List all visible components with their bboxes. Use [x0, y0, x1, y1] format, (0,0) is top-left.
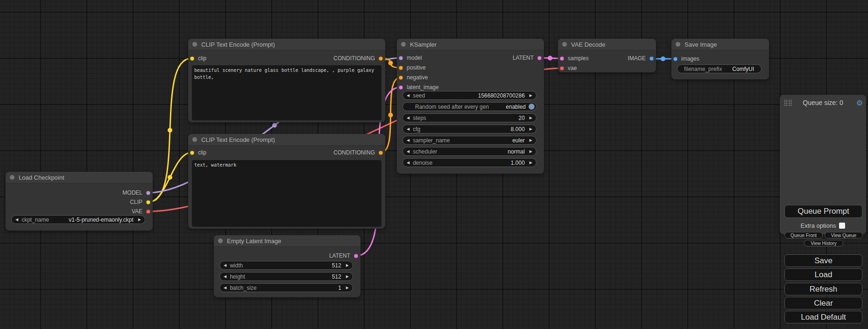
input-dot-clip[interactable] — [190, 151, 194, 155]
node-load-checkpoint[interactable]: Load CheckpointMODELCLIPVAE◀ckpt_namev1-… — [6, 172, 153, 231]
input-slot-images[interactable]: images — [673, 56, 699, 62]
increment-arrow-icon[interactable]: ▶ — [138, 218, 141, 222]
input-dot-vae[interactable] — [560, 66, 564, 70]
input-slot-clip[interactable]: clip — [190, 55, 206, 62]
widget-sampler-name[interactable]: ◀sampler_nameeuler▶ — [402, 136, 536, 145]
input-slot-vae[interactable]: vae — [560, 65, 577, 71]
prompt-textarea[interactable]: beautiful scenery nature glass bottle la… — [192, 65, 381, 120]
input-slot-negative[interactable]: negative — [399, 74, 428, 81]
collapse-dot-icon[interactable] — [192, 42, 197, 47]
decrement-arrow-icon[interactable]: ◀ — [224, 275, 226, 279]
collapse-dot-icon[interactable] — [10, 175, 14, 180]
output-dot-CONDITIONING[interactable] — [379, 151, 383, 155]
graph-canvas[interactable]: Load CheckpointMODELCLIPVAE◀ckpt_namev1-… — [0, 0, 868, 329]
output-slot-MODEL[interactable]: MODEL — [122, 189, 150, 196]
input-dot-samples[interactable] — [560, 56, 564, 61]
increment-arrow-icon[interactable]: ▶ — [346, 286, 349, 290]
node-vae-decode[interactable]: VAE DecodesamplesvaeIMAGE — [558, 39, 656, 72]
output-slot-LATENT[interactable]: LATENT — [329, 252, 358, 259]
save-button[interactable]: Save — [784, 254, 862, 267]
node-title-bar[interactable]: CLIP Text Encode (Prompt) — [188, 39, 385, 50]
decrement-arrow-icon[interactable]: ◀ — [224, 264, 226, 267]
widget-width[interactable]: ◀width512▶ — [219, 261, 353, 270]
output-dot-MODEL[interactable] — [146, 191, 150, 195]
increment-arrow-icon[interactable]: ▶ — [529, 94, 532, 98]
queue-front-button[interactable]: Queue Front — [784, 232, 823, 238]
widget-seed[interactable]: ◀seed156680208700286▶ — [402, 91, 536, 100]
input-slot-model[interactable]: model — [399, 55, 422, 61]
clear-button[interactable]: Clear — [784, 297, 862, 309]
decrement-arrow-icon[interactable]: ◀ — [407, 127, 409, 131]
input-slot-clip[interactable]: clip — [190, 149, 206, 156]
widget-steps[interactable]: ◀steps20▶ — [402, 113, 536, 122]
input-dot-positive[interactable] — [399, 66, 403, 70]
output-dot-CONDITIONING[interactable] — [379, 56, 383, 61]
widget-ckpt-name[interactable]: ◀ckpt_namev1-5-pruned-emaonly.ckpt▶ — [11, 215, 145, 224]
output-dot-LATENT[interactable] — [537, 56, 542, 60]
prompt-textarea[interactable]: text, watermark — [192, 160, 381, 227]
output-dot-LATENT[interactable] — [354, 254, 358, 258]
decrement-arrow-icon[interactable]: ◀ — [407, 139, 409, 142]
output-slot-CLIP[interactable]: CLIP — [130, 199, 150, 205]
decrement-arrow-icon[interactable]: ◀ — [224, 286, 226, 290]
output-slot-LATENT[interactable]: LATENT — [513, 55, 542, 61]
output-slot-CONDITIONING[interactable]: CONDITIONING — [333, 55, 383, 62]
node-clip-text-encode-negative[interactable]: CLIP Text Encode (Prompt)clipCONDITIONIN… — [188, 134, 385, 229]
output-slot-CONDITIONING[interactable]: CONDITIONING — [333, 149, 383, 156]
increment-arrow-icon[interactable]: ▶ — [529, 161, 532, 165]
decrement-arrow-icon[interactable]: ◀ — [407, 161, 409, 165]
decrement-arrow-icon[interactable]: ◀ — [15, 218, 18, 222]
collapse-dot-icon[interactable] — [562, 42, 567, 47]
refresh-button[interactable]: Refresh — [784, 283, 862, 295]
input-dot-images[interactable] — [673, 57, 677, 61]
widget-random-seed-after-every-gen[interactable]: Random seed after every genenabled — [402, 102, 536, 111]
increment-arrow-icon[interactable]: ▶ — [529, 150, 532, 154]
gear-icon[interactable]: ⚙ — [856, 98, 863, 107]
widget-filename-prefix[interactable]: filename_prefixComfyUI — [677, 64, 762, 73]
input-slot-latent_image[interactable]: latent_image — [399, 84, 439, 91]
view-history-button[interactable]: View History — [804, 240, 843, 246]
increment-arrow-icon[interactable]: ▶ — [529, 116, 532, 120]
increment-arrow-icon[interactable]: ▶ — [529, 139, 532, 142]
input-slot-positive[interactable]: positive — [399, 64, 426, 71]
queue-prompt-button[interactable]: Queue Prompt — [784, 205, 862, 218]
load-button[interactable]: Load — [784, 268, 862, 281]
node-ksampler[interactable]: KSamplermodelpositivenegativelatent_imag… — [397, 39, 544, 174]
node-title-bar[interactable]: Load Checkpoint — [6, 172, 153, 183]
widget-denoise[interactable]: ◀denoise1.000▶ — [402, 158, 536, 167]
node-clip-text-encode-positive[interactable]: CLIP Text Encode (Prompt)clipCONDITIONIN… — [188, 39, 385, 122]
view-queue-button[interactable]: View Queue — [825, 232, 863, 238]
widget-height[interactable]: ◀height512▶ — [219, 272, 353, 281]
node-title-bar[interactable]: Save Image — [671, 39, 769, 50]
output-slot-VAE[interactable]: VAE — [132, 208, 150, 215]
increment-arrow-icon[interactable]: ▶ — [346, 264, 349, 267]
output-dot-VAE[interactable] — [146, 210, 150, 214]
input-dot-negative[interactable] — [399, 76, 403, 80]
increment-arrow-icon[interactable]: ▶ — [346, 275, 349, 279]
increment-arrow-icon[interactable]: ▶ — [529, 127, 532, 131]
output-dot-IMAGE[interactable] — [649, 56, 654, 61]
widget-batch-size[interactable]: ◀batch_size1▶ — [219, 283, 353, 292]
collapse-dot-icon[interactable] — [401, 42, 406, 47]
decrement-arrow-icon[interactable]: ◀ — [407, 116, 409, 120]
input-slot-samples[interactable]: samples — [560, 55, 589, 62]
collapse-dot-icon[interactable] — [218, 238, 223, 243]
output-dot-CLIP[interactable] — [146, 200, 150, 204]
decrement-arrow-icon[interactable]: ◀ — [407, 94, 409, 98]
toggle-indicator[interactable] — [529, 104, 535, 110]
input-dot-clip[interactable] — [190, 56, 194, 61]
node-empty-latent-image[interactable]: Empty Latent ImageLATENT◀width512▶◀heigh… — [214, 235, 360, 297]
collapse-dot-icon[interactable] — [676, 42, 680, 47]
extra-options-checkbox[interactable] — [839, 223, 845, 229]
widget-cfg[interactable]: ◀cfg8.000▶ — [402, 125, 536, 133]
input-dot-latent_image[interactable] — [399, 85, 403, 90]
input-dot-model[interactable] — [399, 56, 403, 60]
decrement-arrow-icon[interactable]: ◀ — [407, 150, 409, 154]
node-title-bar[interactable]: VAE Decode — [558, 39, 656, 50]
widget-scheduler[interactable]: ◀schedulernormal▶ — [402, 147, 536, 156]
load-default-button[interactable]: Load Default — [784, 311, 862, 323]
node-title-bar[interactable]: CLIP Text Encode (Prompt) — [188, 134, 385, 146]
node-title-bar[interactable]: Empty Latent Image — [214, 235, 360, 247]
node-title-bar[interactable]: KSampler — [397, 39, 544, 50]
node-save-image[interactable]: Save Imageimagesfilename_prefixComfyUI — [671, 39, 769, 79]
